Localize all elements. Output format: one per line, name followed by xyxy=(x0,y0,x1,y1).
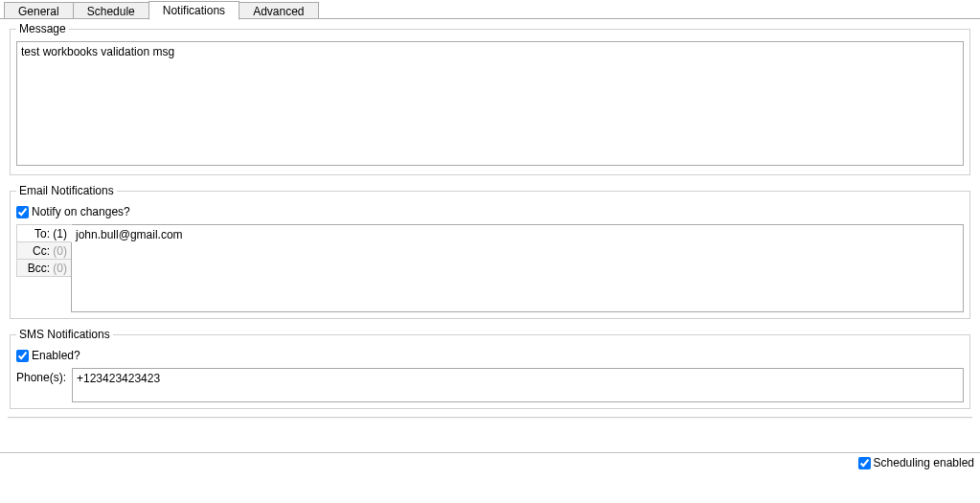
tab-general[interactable]: General xyxy=(4,2,74,19)
bcc-tab-label: Bcc: xyxy=(28,262,50,275)
cc-tab[interactable]: Cc: (0) xyxy=(16,241,72,260)
email-fieldset: Email Notifications Notify on changes? T… xyxy=(10,184,970,319)
footer-bar: Scheduling enabled xyxy=(0,452,980,472)
message-fieldset: Message xyxy=(10,22,970,175)
email-addresses-input[interactable]: john.bull@gmail.com xyxy=(71,224,964,312)
sms-enabled-label: Enabled? xyxy=(32,349,80,362)
phone-label: Phone(s): xyxy=(16,368,66,384)
footer-divider xyxy=(8,417,972,419)
message-textarea[interactable] xyxy=(16,41,964,166)
scheduling-enabled-checkbox[interactable] xyxy=(858,457,871,469)
tab-content: Message Email Notifications Notify on ch… xyxy=(0,18,980,472)
notify-checkbox[interactable] xyxy=(16,206,29,218)
bcc-tab[interactable]: Bcc: (0) xyxy=(16,259,72,277)
scheduling-enabled-label: Scheduling enabled xyxy=(874,456,974,469)
email-legend: Email Notifications xyxy=(16,184,117,197)
to-tab-count: (1) xyxy=(53,227,67,240)
tab-strip: General Schedule Notifications Advanced xyxy=(0,0,980,19)
to-tab[interactable]: To: (1) xyxy=(16,224,72,242)
notify-label: Notify on changes? xyxy=(32,205,130,218)
to-tab-label: To: xyxy=(34,227,50,240)
sms-enabled-checkbox[interactable] xyxy=(16,350,29,362)
tab-advanced[interactable]: Advanced xyxy=(239,2,318,19)
cc-tab-label: Cc: xyxy=(33,244,50,258)
recipient-tabs: To: (1) Cc: (0) Bcc: (0) xyxy=(16,224,72,312)
phone-input[interactable]: +123423423423 xyxy=(72,368,964,402)
sms-fieldset: SMS Notifications Enabled? Phone(s): +12… xyxy=(10,328,970,409)
tab-notifications[interactable]: Notifications xyxy=(148,1,239,20)
tab-schedule[interactable]: Schedule xyxy=(73,2,149,19)
cc-tab-count: (0) xyxy=(53,244,67,258)
message-legend: Message xyxy=(16,22,69,35)
bcc-tab-count: (0) xyxy=(53,262,67,275)
sms-legend: SMS Notifications xyxy=(16,328,113,341)
